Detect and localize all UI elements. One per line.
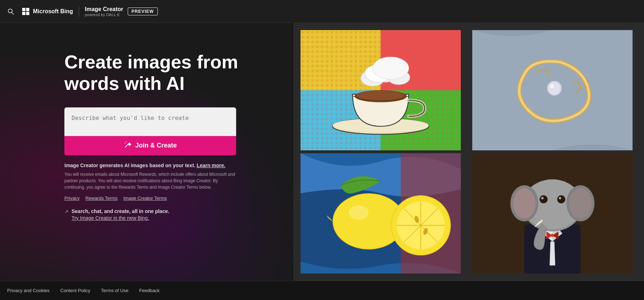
image-ring xyxy=(468,30,637,150)
main-content: Create images from words with AI Join & … xyxy=(0,23,644,281)
image-creator-terms-link[interactable]: Image Creator Terms xyxy=(123,195,167,201)
microsoft-grid-logo xyxy=(22,8,29,15)
image-elephant xyxy=(468,153,637,274)
svg-point-57 xyxy=(559,197,561,199)
svg-point-16 xyxy=(357,91,405,100)
svg-point-33 xyxy=(348,205,369,220)
disclaimer-bold-text: Image Creator generates AI images based … xyxy=(64,163,236,168)
brand-title: Image Creator xyxy=(85,6,123,13)
content-policy-link[interactable]: Content Policy xyxy=(60,288,91,293)
svg-point-2 xyxy=(125,143,125,144)
new-bing-text-block: Search, chat, and create, all in one pla… xyxy=(72,208,169,221)
new-bing-bold-text: Search, chat, and create, all in one pla… xyxy=(72,208,169,214)
svg-point-54 xyxy=(540,196,547,203)
image-lemon xyxy=(296,153,465,274)
svg-point-0 xyxy=(8,9,12,13)
new-bing-section: ↗ Search, chat, and create, all in one p… xyxy=(64,208,272,221)
svg-point-55 xyxy=(558,196,565,203)
svg-line-1 xyxy=(12,13,14,14)
logo-area: Microsoft Bing xyxy=(7,8,73,15)
brand-info: Image Creator powered by DALL·E xyxy=(85,6,123,17)
main-heading: Create images from words with AI xyxy=(64,52,272,95)
left-panel: Create images from words with AI Join & … xyxy=(0,23,293,281)
search-button[interactable] xyxy=(7,8,14,15)
header-divider xyxy=(79,6,79,17)
svg-point-27 xyxy=(550,84,554,88)
privacy-link[interactable]: Privacy xyxy=(64,195,80,201)
feedback-link[interactable]: Feedback xyxy=(139,288,160,293)
image-grid xyxy=(293,23,644,281)
learn-more-link[interactable]: Learn more. xyxy=(197,163,225,168)
join-create-label: Join & Create xyxy=(135,142,177,149)
svg-point-26 xyxy=(548,82,561,95)
svg-point-56 xyxy=(541,197,544,199)
terms-of-use-link[interactable]: Terms of Use xyxy=(101,288,128,293)
brand-subtitle: powered by DALL·E xyxy=(85,13,123,17)
wand-icon xyxy=(124,141,132,150)
disclaimer-text: You will receive emails about Microsoft … xyxy=(64,171,236,190)
svg-point-45 xyxy=(551,234,554,237)
new-bing-link[interactable]: Try Image Creator in the new Bing. xyxy=(72,215,169,221)
bing-logo-text: Microsoft Bing xyxy=(33,8,73,15)
image-coffee xyxy=(296,30,465,150)
join-create-button[interactable]: Join & Create xyxy=(64,136,236,155)
prompt-input[interactable] xyxy=(64,107,236,136)
rewards-terms-link[interactable]: Rewards Terms xyxy=(86,195,118,201)
privacy-cookies-link[interactable]: Privacy and Cookies xyxy=(7,288,50,293)
header: Microsoft Bing Image Creator powered by … xyxy=(0,0,644,23)
preview-badge: PREVIEW xyxy=(128,8,158,15)
footer: Privacy and Cookies Content Policy Terms… xyxy=(0,281,644,300)
svg-point-21 xyxy=(373,57,409,79)
arrow-icon: ↗ xyxy=(64,209,69,214)
disclaimer-section: Image Creator generates AI images based … xyxy=(64,163,236,201)
terms-links: Privacy Rewards Terms Image Creator Term… xyxy=(64,195,236,201)
svg-point-3 xyxy=(126,141,127,142)
svg-point-51 xyxy=(569,188,592,218)
svg-point-50 xyxy=(513,188,536,218)
